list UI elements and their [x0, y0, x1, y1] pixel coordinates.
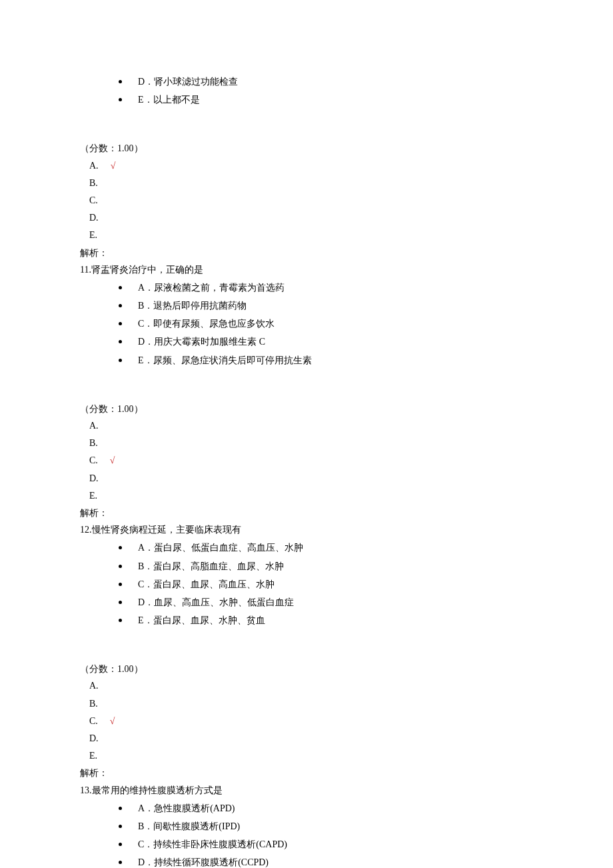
bullet-icon — [119, 861, 122, 864]
bullet-icon — [119, 98, 122, 101]
q10-score: （分数：1.00） — [80, 140, 533, 157]
option-text: D．肾小球滤过功能检查 — [138, 73, 238, 90]
option-row: B．蛋白尿、高脂血症、血尿、水肿 — [119, 558, 533, 575]
bullet-icon — [119, 80, 122, 83]
q11-stem: 11.肾盂肾炎治疗中，正确的是 — [80, 261, 533, 278]
option-text: B．间歇性腹膜透析(IPD) — [138, 818, 240, 835]
q12-score: （分数：1.00） — [80, 661, 533, 677]
answer-a: A. — [89, 677, 533, 694]
option-row: D．持续性循环腹膜透析(CCPD) — [119, 854, 533, 868]
bullet-icon — [119, 322, 122, 325]
q13-stem: 13.最常用的维持性腹膜透析方式是 — [80, 782, 533, 799]
option-row: C．即使有尿频、尿急也应多饮水 — [119, 315, 533, 332]
bullet-icon — [119, 619, 122, 622]
option-row: B．间歇性腹膜透析(IPD) — [119, 818, 533, 835]
bullet-icon — [119, 583, 122, 586]
check-icon: √ — [110, 455, 115, 465]
q10-options-tail: D．肾小球滤过功能检查 E．以上都不是 — [80, 73, 533, 108]
q12-analysis-label: 解析： — [80, 765, 533, 781]
option-row: C．持续性非卧床性腹膜透析(CAPD) — [119, 836, 533, 853]
answer-c: C.√ — [89, 713, 533, 729]
answer-b: B. — [89, 435, 533, 451]
option-text: A．蛋白尿、低蛋白血症、高血压、水肿 — [138, 539, 303, 556]
answer-b: B. — [89, 695, 533, 712]
q12-options: A．蛋白尿、低蛋白血症、高血压、水肿 B．蛋白尿、高脂血症、血尿、水肿 C．蛋白… — [80, 539, 533, 629]
bullet-icon — [119, 565, 122, 568]
option-text: A．急性腹膜透析(APD) — [138, 800, 235, 817]
q11-options: A．尿液检菌之前，青霉素为首选药 B．退热后即停用抗菌药物 C．即使有尿频、尿急… — [80, 279, 533, 369]
answer-e: E. — [89, 487, 533, 504]
answer-e: E. — [89, 227, 533, 243]
q11-analysis-label: 解析： — [80, 505, 533, 521]
q12-stem: 12.慢性肾炎病程迁延，主要临床表现有 — [80, 521, 533, 538]
answer-d: D. — [89, 470, 533, 487]
answer-c: C.√ — [89, 452, 533, 469]
bullet-icon — [119, 304, 122, 307]
option-text: D．用庆大霉素时加服维生素 C — [138, 333, 265, 350]
option-text: E．尿频、尿急症状消失后即可停用抗生素 — [138, 352, 312, 369]
option-text: B．退热后即停用抗菌药物 — [138, 297, 247, 314]
option-row: D．肾小球滤过功能检查 — [119, 73, 533, 90]
option-text: C．即使有尿频、尿急也应多饮水 — [138, 315, 275, 332]
option-text: E．以上都不是 — [138, 91, 200, 108]
answer-a: A. — [89, 417, 533, 434]
page-content: D．肾小球滤过功能检查 E．以上都不是 （分数：1.00） A.√ B. C. … — [0, 0, 613, 868]
option-text: A．尿液检菌之前，青霉素为首选药 — [138, 279, 285, 296]
q10-answers: A.√ B. C. D. E. — [80, 157, 533, 244]
option-row: A．急性腹膜透析(APD) — [119, 800, 533, 817]
option-text: D．持续性循环腹膜透析(CCPD) — [138, 854, 269, 868]
q11-answers: A. B. C.√ D. E. — [80, 417, 533, 504]
option-row: E．蛋白尿、血尿、水肿、贫血 — [119, 612, 533, 629]
bullet-icon — [119, 843, 122, 846]
option-row: E．尿频、尿急症状消失后即可停用抗生素 — [119, 352, 533, 369]
option-row: D．血尿、高血压、水肿、低蛋白血症 — [119, 594, 533, 611]
q11-score: （分数：1.00） — [80, 401, 533, 417]
option-text: C．蛋白尿、血尿、高血压、水肿 — [138, 576, 275, 593]
answer-a: A.√ — [89, 157, 533, 174]
answer-d: D. — [89, 730, 533, 747]
q10-analysis-label: 解析： — [80, 245, 533, 261]
option-row: C．蛋白尿、血尿、高血压、水肿 — [119, 576, 533, 593]
option-row: E．以上都不是 — [119, 91, 533, 108]
option-text: E．蛋白尿、血尿、水肿、贫血 — [138, 612, 265, 629]
q12-answers: A. B. C.√ D. E. — [80, 677, 533, 764]
answer-e: E. — [89, 747, 533, 764]
answer-c: C. — [89, 192, 533, 209]
option-text: D．血尿、高血压、水肿、低蛋白血症 — [138, 594, 294, 611]
bullet-icon — [119, 340, 122, 343]
option-row: A．尿液检菌之前，青霉素为首选药 — [119, 279, 533, 296]
bullet-icon — [119, 546, 122, 549]
bullet-icon — [119, 286, 122, 289]
check-icon: √ — [110, 716, 115, 726]
bullet-icon — [119, 807, 122, 810]
bullet-icon — [119, 825, 122, 828]
option-text: B．蛋白尿、高脂血症、血尿、水肿 — [138, 558, 284, 575]
bullet-icon — [119, 359, 122, 362]
option-row: D．用庆大霉素时加服维生素 C — [119, 333, 533, 350]
q13-options: A．急性腹膜透析(APD) B．间歇性腹膜透析(IPD) C．持续性非卧床性腹膜… — [80, 800, 533, 868]
answer-d: D. — [89, 209, 533, 226]
bullet-icon — [119, 601, 122, 604]
check-icon: √ — [111, 161, 116, 171]
option-text: C．持续性非卧床性腹膜透析(CAPD) — [138, 836, 287, 853]
option-row: A．蛋白尿、低蛋白血症、高血压、水肿 — [119, 539, 533, 556]
answer-b: B. — [89, 175, 533, 191]
option-row: B．退热后即停用抗菌药物 — [119, 297, 533, 314]
